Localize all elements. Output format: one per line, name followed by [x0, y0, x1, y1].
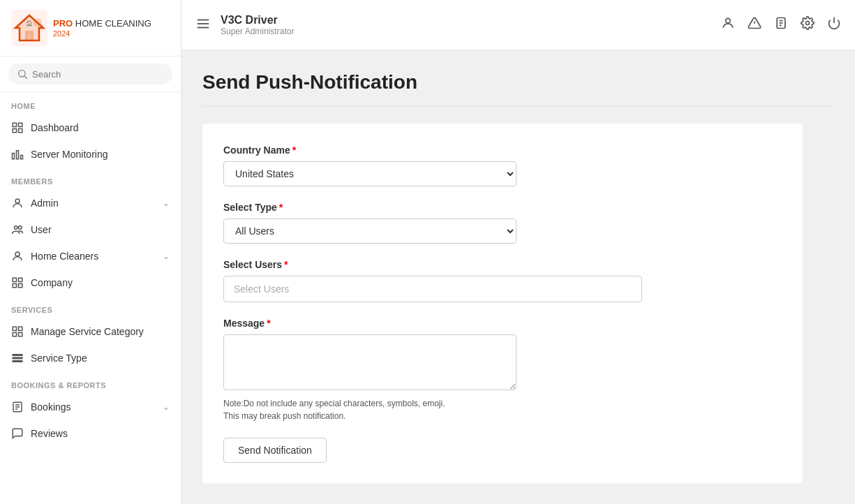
sidebar-item-label: Dashboard: [31, 122, 170, 133]
user-icon[interactable]: [721, 16, 735, 34]
header-icons: [721, 16, 841, 34]
sidebar: 🏠 PRO HOME CLEANING 2024 HOME Dashboard …: [0, 0, 181, 504]
country-name-label: Country Name *: [223, 144, 782, 156]
svg-point-37: [726, 18, 731, 23]
search-input[interactable]: [32, 69, 164, 80]
svg-point-6: [19, 71, 25, 77]
logo-icon: 🏠: [11, 10, 47, 46]
main-area: V3C Driver Super Administrator: [181, 0, 855, 504]
chart-icon: [11, 148, 24, 161]
section-bookings-label: BOOKINGS & REPORTS: [0, 371, 181, 394]
list-icon: [11, 401, 24, 413]
sidebar-item-bookings[interactable]: Bookings ⌄: [0, 394, 181, 420]
alert-icon[interactable]: [748, 16, 761, 34]
page-title: Send Push-Notification: [202, 71, 834, 94]
svg-point-16: [15, 226, 18, 230]
logo-year: 2024: [53, 29, 151, 38]
header: V3C Driver Super Administrator: [181, 0, 855, 50]
select-users-group: Select Users *: [223, 259, 782, 302]
header-title: V3C Driver: [221, 14, 294, 27]
hamburger-button[interactable]: [195, 16, 211, 34]
message-group: Message * Note:Do not include any specia…: [223, 318, 782, 422]
svg-rect-12: [13, 154, 15, 159]
select-type-label: Select Type *: [223, 202, 782, 213]
logo-text: PRO HOME CLEANING: [53, 18, 151, 30]
svg-rect-9: [19, 123, 22, 126]
form-card: Country Name * United States Canada Unit…: [202, 124, 803, 484]
send-notification-button[interactable]: Send Notification: [223, 438, 327, 463]
svg-line-7: [24, 76, 27, 79]
svg-point-44: [806, 22, 810, 25]
country-name-group: Country Name * United States Canada Unit…: [223, 144, 782, 186]
sidebar-item-dashboard[interactable]: Dashboard: [0, 114, 181, 141]
sidebar-item-company[interactable]: Company: [0, 269, 181, 296]
svg-rect-3: [25, 31, 34, 40]
clipboard-icon[interactable]: [774, 16, 788, 34]
sidebar-item-user[interactable]: User: [0, 216, 181, 243]
svg-rect-11: [19, 129, 22, 133]
menu-icon: [195, 16, 211, 31]
required-indicator: *: [279, 202, 283, 213]
settings-icon[interactable]: [801, 16, 815, 34]
svg-rect-8: [13, 123, 16, 126]
chevron-down-icon: ⌄: [163, 402, 170, 412]
required-indicator: *: [284, 259, 288, 270]
sidebar-item-reviews[interactable]: Reviews: [0, 420, 181, 447]
message-label: Message *: [223, 318, 782, 329]
list-icon: [11, 352, 24, 364]
main-content: Send Push-Notification Country Name * Un…: [181, 50, 855, 504]
svg-point-4: [34, 18, 42, 27]
section-home-label: HOME: [0, 92, 181, 114]
sidebar-item-manage-service-category[interactable]: Manage Service Category: [0, 318, 181, 345]
search-box: [8, 64, 172, 84]
sidebar-item-label: Service Type: [31, 353, 170, 364]
svg-rect-27: [13, 355, 22, 356]
header-subtitle: Super Administrator: [221, 27, 294, 36]
select-type-group: Select Type * All Users Specific Users H…: [223, 202, 782, 244]
sidebar-item-server-monitoring[interactable]: Server Monitoring: [0, 141, 181, 168]
sidebar-item-label: User: [31, 224, 170, 235]
svg-rect-22: [19, 284, 22, 288]
svg-rect-21: [13, 284, 16, 288]
svg-rect-23: [13, 327, 16, 330]
people-icon: [11, 223, 24, 236]
svg-point-18: [15, 252, 20, 256]
svg-rect-19: [13, 278, 16, 281]
sidebar-item-label: Home Cleaners: [31, 251, 156, 262]
sidebar-item-label: Manage Service Category: [31, 326, 170, 337]
svg-rect-10: [13, 129, 16, 133]
svg-rect-20: [19, 278, 22, 281]
chevron-down-icon: ⌄: [163, 198, 170, 208]
svg-rect-24: [19, 327, 22, 330]
person-icon: [11, 197, 24, 209]
sidebar-item-service-type[interactable]: Service Type: [0, 345, 181, 371]
section-services-label: SERVICES: [0, 296, 181, 318]
svg-rect-29: [13, 361, 22, 362]
sidebar-logo: 🏠 PRO HOME CLEANING 2024: [0, 0, 181, 57]
sidebar-item-home-cleaners[interactable]: Home Cleaners ⌄: [0, 243, 181, 269]
section-members-label: MEMBERS: [0, 168, 181, 190]
chat-icon: [11, 427, 24, 440]
sidebar-item-label: Company: [31, 277, 170, 288]
svg-rect-14: [21, 156, 23, 159]
sidebar-item-admin[interactable]: Admin ⌄: [0, 190, 181, 216]
required-indicator: *: [292, 144, 296, 156]
search-icon: [17, 68, 28, 80]
svg-text:🏠: 🏠: [26, 20, 33, 27]
svg-rect-26: [19, 333, 22, 336]
sidebar-item-label: Bookings: [31, 401, 156, 413]
power-icon[interactable]: [827, 16, 841, 34]
person-icon: [11, 250, 24, 262]
sidebar-item-label: Server Monitoring: [31, 149, 170, 160]
svg-rect-25: [13, 333, 16, 336]
country-name-select[interactable]: United States Canada United Kingdom Aust…: [223, 161, 516, 186]
message-textarea[interactable]: [223, 334, 516, 390]
grid-icon: [11, 325, 24, 338]
svg-point-17: [19, 226, 22, 230]
sidebar-search-container: [0, 57, 181, 92]
select-type-select[interactable]: All Users Specific Users Home Cleaners: [223, 218, 516, 244]
sidebar-item-label: Admin: [31, 198, 156, 209]
svg-rect-13: [17, 151, 19, 159]
svg-point-15: [15, 199, 20, 203]
select-users-input[interactable]: [223, 276, 642, 302]
